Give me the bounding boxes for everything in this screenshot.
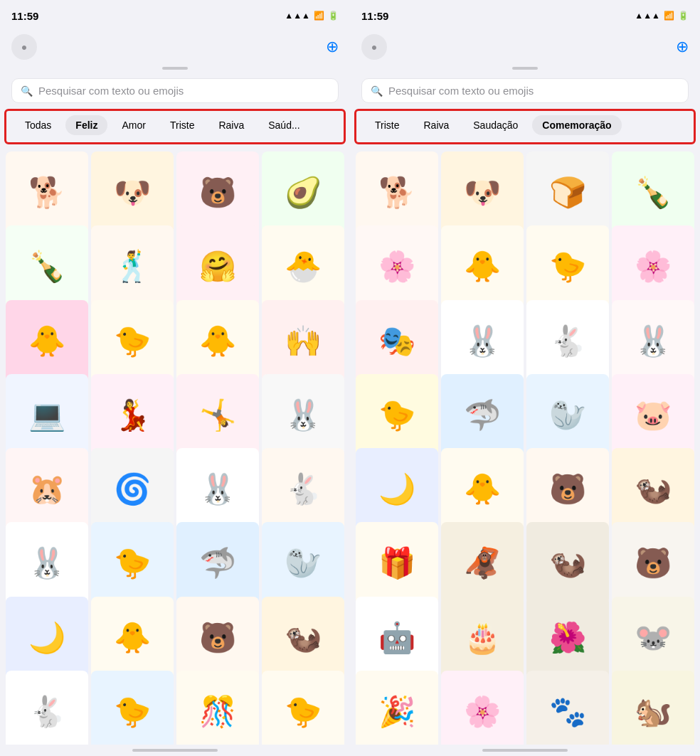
sticker-emoji-22: 🦈 [199, 548, 236, 578]
add-button-right[interactable]: ⊕ [676, 38, 689, 56]
search-bar-left[interactable]: 🔍 Pesquisar com texto ou emojis [11, 78, 339, 103]
tab-feliz[interactable]: Feliz [65, 115, 107, 135]
sticker-cell-left-11[interactable]: 🙌 [262, 300, 344, 383]
sticker-cell-left-2[interactable]: 🐻 [176, 151, 259, 234]
sticker-cell-left-4[interactable]: 🍾 [6, 225, 88, 308]
sticker-cell-left-27[interactable]: 🦦 [262, 597, 344, 679]
sticker-cell-right-14[interactable]: 🦭 [526, 374, 609, 457]
sticker-cell-right-0[interactable]: 🐕 [356, 151, 438, 234]
sticker-cell-left-31[interactable]: 🐤 [262, 671, 344, 745]
sticker-cell-left-14[interactable]: 🤸 [176, 374, 259, 457]
sticker-cell-right-28[interactable]: 🎉 [356, 671, 438, 745]
sticker-emoji-18: 🐰 [199, 474, 236, 504]
tab-raiva-right[interactable]: Raiva [413, 115, 459, 135]
sticker-cell-left-0[interactable]: 🐕 [6, 151, 88, 234]
sticker-emoji-8: 🐥 [28, 326, 65, 356]
sticker-cell-right-27[interactable]: 🐭 [612, 597, 694, 679]
sticker-emoji-right-15: 🐷 [635, 400, 672, 430]
sticker-cell-right-22[interactable]: 🦦 [526, 522, 609, 605]
sticker-cell-right-17[interactable]: 🐥 [441, 448, 524, 531]
tab-todas[interactable]: Todas [15, 115, 61, 135]
sticker-cell-right-9[interactable]: 🐰 [441, 300, 524, 383]
sticker-cell-left-8[interactable]: 🐥 [6, 300, 88, 383]
sticker-emoji-3: 🥑 [285, 178, 322, 208]
sticker-cell-left-28[interactable]: 🐇 [6, 671, 88, 745]
search-icon-right: 🔍 [371, 85, 383, 97]
tab-saudacao-right[interactable]: Saudação [463, 115, 528, 135]
sticker-cell-left-17[interactable]: 🌀 [91, 448, 174, 531]
sticker-cell-left-5[interactable]: 🕺 [91, 225, 174, 308]
sticker-cell-right-13[interactable]: 🦈 [441, 374, 524, 457]
sticker-cell-right-23[interactable]: 🐻 [612, 522, 694, 605]
sticker-cell-left-22[interactable]: 🦈 [176, 522, 259, 605]
sticker-emoji-5: 🕺 [114, 252, 151, 282]
sticker-cell-left-16[interactable]: 🐹 [6, 448, 88, 531]
sticker-cell-right-6[interactable]: 🐤 [526, 225, 609, 308]
sticker-cell-right-4[interactable]: 🌸 [356, 225, 438, 308]
sticker-cell-left-7[interactable]: 🐣 [262, 225, 344, 308]
sticker-emoji-right-9: 🐰 [464, 326, 501, 356]
sticker-cell-right-11[interactable]: 🐰 [612, 300, 694, 383]
sticker-cell-right-2[interactable]: 🍞 [526, 151, 609, 234]
sticker-cell-right-20[interactable]: 🎁 [356, 522, 438, 605]
sticker-cell-right-26[interactable]: 🌺 [526, 597, 609, 679]
sticker-cell-left-13[interactable]: 💃 [91, 374, 174, 457]
sticker-cell-left-12[interactable]: 💻 [6, 374, 88, 457]
search-placeholder-right: Pesquisar com texto ou emojis [388, 85, 534, 97]
sticker-cell-right-15[interactable]: 🐷 [612, 374, 694, 457]
sticker-cell-right-18[interactable]: 🐻 [526, 448, 609, 531]
sticker-cell-right-29[interactable]: 🌸 [441, 671, 524, 745]
sticker-cell-left-21[interactable]: 🐤 [91, 522, 174, 605]
sticker-cell-left-20[interactable]: 🐰 [6, 522, 88, 605]
sticker-cell-left-9[interactable]: 🐤 [91, 300, 174, 383]
sticker-cell-right-10[interactable]: 🐇 [526, 300, 609, 383]
back-button-right[interactable]: ● [361, 34, 387, 60]
category-tabs-left: Todas Feliz Amor Triste Raiva Saúd... [15, 114, 335, 137]
sticker-cell-left-1[interactable]: 🐶 [91, 151, 174, 234]
search-bar-right[interactable]: 🔍 Pesquisar com texto ou emojis [361, 78, 689, 103]
sticker-cell-right-24[interactable]: 🤖 [356, 597, 438, 679]
sticker-emoji-28: 🐇 [28, 697, 65, 727]
sticker-cell-right-31[interactable]: 🐿️ [612, 671, 694, 745]
sticker-emoji-1: 🐶 [114, 178, 151, 208]
back-button-left[interactable]: ● [11, 34, 37, 60]
sticker-cell-right-19[interactable]: 🦦 [612, 448, 694, 531]
right-panel: 11:59 ▲▲▲ 📶 🔋 ● ⊕ 🔍 Pesquisar com texto … [350, 0, 700, 756]
add-button-left[interactable]: ⊕ [326, 38, 339, 56]
tab-raiva-left[interactable]: Raiva [208, 115, 254, 135]
status-bar-right: 11:59 ▲▲▲ 📶 🔋 [350, 0, 700, 31]
sticker-cell-right-30[interactable]: 🐾 [526, 671, 609, 745]
sticker-cell-left-25[interactable]: 🐥 [91, 597, 174, 679]
sticker-cell-right-7[interactable]: 🌸 [612, 225, 694, 308]
sticker-cell-left-29[interactable]: 🐤 [91, 671, 174, 745]
sticker-cell-left-23[interactable]: 🦭 [262, 522, 344, 605]
sticker-cell-left-24[interactable]: 🌙 [6, 597, 88, 679]
sticker-cell-left-15[interactable]: 🐰 [262, 374, 344, 457]
sticker-emoji-right-13: 🦈 [464, 400, 501, 430]
sticker-emoji-right-25: 🎂 [464, 623, 501, 653]
sticker-cell-right-8[interactable]: 🎭 [356, 300, 438, 383]
sticker-cell-left-6[interactable]: 🤗 [176, 225, 259, 308]
sticker-cell-right-25[interactable]: 🎂 [441, 597, 524, 679]
sticker-cell-right-3[interactable]: 🍾 [612, 151, 694, 234]
tab-triste-left[interactable]: Triste [160, 115, 204, 135]
sticker-cell-left-3[interactable]: 🥑 [262, 151, 344, 234]
sticker-cell-right-12[interactable]: 🐤 [356, 374, 438, 457]
status-time-left: 11:59 [11, 10, 38, 22]
sticker-cell-left-10[interactable]: 🐥 [176, 300, 259, 383]
tab-amor-left[interactable]: Amor [112, 115, 155, 135]
sticker-cell-right-16[interactable]: 🌙 [356, 448, 438, 531]
sticker-cell-left-30[interactable]: 🎊 [176, 671, 259, 745]
sticker-cell-left-18[interactable]: 🐰 [176, 448, 259, 531]
tab-comemoracao-right[interactable]: Comemoração [532, 115, 621, 135]
sticker-cell-right-1[interactable]: 🐶 [441, 151, 524, 234]
sticker-cell-right-5[interactable]: 🐥 [441, 225, 524, 308]
sticker-cell-left-26[interactable]: 🐻 [176, 597, 259, 679]
tab-saude-left[interactable]: Saúd... [258, 115, 309, 135]
sticker-cell-left-19[interactable]: 🐇 [262, 448, 344, 531]
search-icon-left: 🔍 [21, 85, 33, 97]
tab-triste-right[interactable]: Triste [365, 115, 409, 135]
sticker-cell-right-21[interactable]: 🦧 [441, 522, 524, 605]
sticker-emoji-right-30: 🐾 [549, 697, 586, 727]
sticker-emoji-right-20: 🎁 [378, 548, 415, 578]
